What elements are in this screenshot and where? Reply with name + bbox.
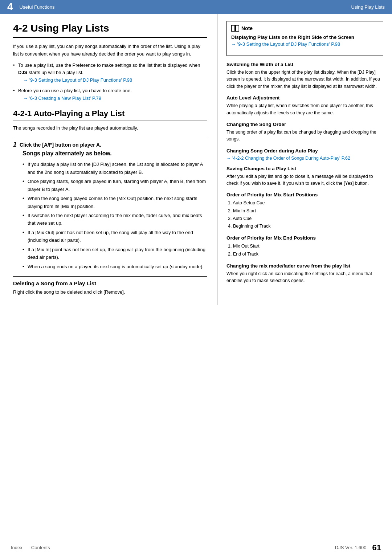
saving-changes-title: Saving Changes to a Play List xyxy=(226,166,383,171)
changing-song-order-section: Changing the Song Order The song order o… xyxy=(226,122,383,143)
svg-rect-1 xyxy=(232,26,235,31)
step-1-main-text: Click the [A/F] button on player A. xyxy=(20,141,101,149)
mix-end-list: 1. Mix Out Start 2. End of Track xyxy=(226,242,383,258)
link-63[interactable]: '6-3 Creating a New Play List' P.79 xyxy=(18,95,207,102)
mix-start-item-2: 2. Mix In Start xyxy=(228,207,383,215)
mix-end-section: Order of Priority for Mix End Positions … xyxy=(226,235,383,258)
intro-bullet-1: To use a play list, use the Preference t… xyxy=(13,62,207,84)
mix-end-item-1: 1. Mix Out Start xyxy=(228,242,383,250)
left-column: 4-2 Using Play Lists If you use a play l… xyxy=(0,14,218,305)
changing-song-order-title: Changing the Song Order xyxy=(226,122,383,127)
footer-left: Index Contents xyxy=(11,545,173,550)
footer-version: DJS Ver. 1.600 xyxy=(335,545,367,550)
auto-level-title: Auto Level Adjustment xyxy=(226,95,383,101)
section-421-heading: 4-2-1 Auto-Playing a Play List xyxy=(13,109,207,121)
note-icon xyxy=(231,25,239,32)
note-header: Note xyxy=(231,25,379,32)
footer-right: DJS Ver. 1.600 61 xyxy=(335,543,381,552)
footer-contents[interactable]: Contents xyxy=(31,545,50,550)
page-title: 4-2 Using Play Lists xyxy=(13,23,207,38)
note-link-1[interactable]: → '9-3 Setting the Layout of DJ Play Fun… xyxy=(231,41,340,47)
intro-bullet-2-text: Before you can use a play list, you have… xyxy=(18,88,132,93)
header-left-label: Useful Functions xyxy=(20,4,351,10)
step-bullet-4: It switches to the next player according… xyxy=(23,212,207,227)
switching-width-section: Switching the Width of a List Click the … xyxy=(226,62,383,90)
changing-song-order-auto-section: Changing Song Order during Auto Play → '… xyxy=(226,148,383,161)
note-section-title-1: Displaying Play Lists on the Right Side … xyxy=(231,34,379,40)
step-bullet-6: If a [Mix In] point has not been set up,… xyxy=(23,246,207,261)
saving-changes-section: Saving Changes to a Play List After you … xyxy=(226,166,383,187)
footer: Index Contents DJS Ver. 1.600 61 xyxy=(0,540,392,555)
step-1-line: 1 Click the [A/F] button on player A. xyxy=(13,141,207,149)
changing-song-order-auto-title: Changing Song Order during Auto Play xyxy=(226,148,383,154)
header-bar: 4 Useful Functions Using Play Lists xyxy=(0,0,392,14)
switching-width-text: Click the icon on the upper right of the… xyxy=(226,69,383,90)
step-1-block: 1 Click the [A/F] button on player A. So… xyxy=(13,137,207,270)
mix-start-title: Order of Priority for Mix Start Position… xyxy=(226,192,383,197)
step-bullet-2: Once playing starts, songs are played in… xyxy=(23,177,207,193)
mix-start-item-4: 4. Beginning of Track xyxy=(228,223,383,230)
auto-level-section: Auto Level Adjustment While playing a pl… xyxy=(226,95,383,117)
switching-width-title: Switching the Width of a List xyxy=(226,62,383,67)
intro-paragraph: If you use a play list, you can play son… xyxy=(13,43,207,58)
section-421-subtext: The songs recorded in the play list are … xyxy=(13,125,207,132)
step-bullet-5: If a [Mix Out] point has not been set up… xyxy=(23,229,207,244)
auto-level-text: While playing a play list, when it switc… xyxy=(226,102,383,117)
header-right-label: Using Play Lists xyxy=(351,4,385,10)
mix-start-item-3: 3. Auto Cue xyxy=(228,215,383,223)
link-93-1[interactable]: '9-3 Setting the Layout of DJ Play Funct… xyxy=(18,77,207,84)
chapter-number: 4 xyxy=(7,2,13,12)
mix-end-item-2: 2. End of Track xyxy=(228,250,383,258)
deleting-section: Deleting a Song from a Play List Right c… xyxy=(13,276,207,296)
mix-end-title: Order of Priority for Mix End Positions xyxy=(226,235,383,241)
note-label: Note xyxy=(241,25,253,31)
deleting-text: Right click the song to be deleted and c… xyxy=(13,289,207,296)
step-bullet-1: If you display a play list on the [DJ Pl… xyxy=(23,160,207,176)
footer-index[interactable]: Index xyxy=(11,545,23,550)
changing-song-order-auto-link[interactable]: → '4-2-2 Changing the Order of Songs Dur… xyxy=(226,156,350,161)
main-content: 4-2 Using Play Lists If you use a play l… xyxy=(0,14,392,305)
mix-start-section: Order of Priority for Mix Start Position… xyxy=(226,192,383,230)
note-box: Note Displaying Play Lists on the Right … xyxy=(226,21,383,56)
mix-start-list: 1. Auto Setup Cue 2. Mix In Start 3. Aut… xyxy=(226,199,383,230)
right-column: Note Displaying Play Lists on the Right … xyxy=(218,14,392,305)
step-bullet-3: When the song being played comes to the … xyxy=(23,195,207,210)
step-1-sub-text: Songs play alternately as below. xyxy=(23,150,207,157)
mix-mode-title: Changing the mix mode/fader curve from t… xyxy=(226,263,383,269)
intro-bullet-list: To use a play list, use the Preference t… xyxy=(13,62,207,102)
mix-start-item-1: 1. Auto Setup Cue xyxy=(228,199,383,207)
step-1-bullets: If you display a play list on the [DJ Pl… xyxy=(13,160,207,270)
svg-rect-2 xyxy=(236,26,239,31)
saving-changes-text: After you edit a play list and go to clo… xyxy=(226,173,383,187)
step-bullet-7: When a song ends on a player, its next s… xyxy=(23,263,207,270)
changing-song-order-text: The song order of a play list can be cha… xyxy=(226,129,383,143)
intro-bullet-2: Before you can use a play list, you have… xyxy=(13,87,207,102)
deleting-heading: Deleting a Song from a Play List xyxy=(13,280,207,286)
footer-page-number: 61 xyxy=(372,543,381,552)
note-display-lists: Displaying Play Lists on the Right Side … xyxy=(231,34,379,47)
mix-mode-text: When you right click an icon indicating … xyxy=(226,270,383,285)
intro-bullet-1-text: To use a play list, use the Preference t… xyxy=(18,62,200,76)
step-1-number: 1 xyxy=(13,141,17,148)
mix-mode-section: Changing the mix mode/fader curve from t… xyxy=(226,263,383,285)
